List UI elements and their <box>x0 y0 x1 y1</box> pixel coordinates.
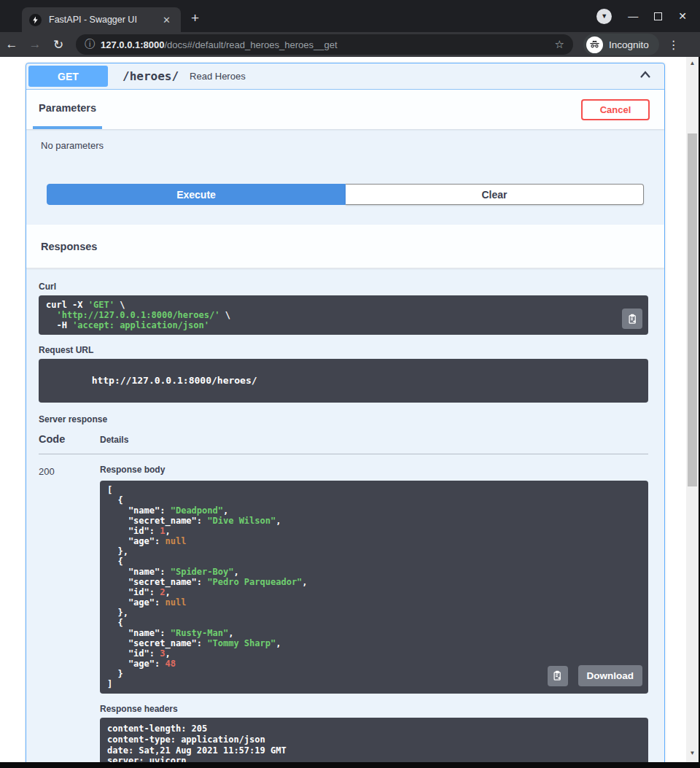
response-table-header: Code Details <box>39 433 648 454</box>
browser-tab-bar: FastAPI - Swagger UI ✕ + ▼ — ✕ <box>0 0 700 32</box>
request-url-label: Request URL <box>39 345 648 355</box>
tab-title: FastAPI - Swagger UI <box>49 15 160 25</box>
incognito-icon <box>586 36 603 53</box>
maximize-icon[interactable] <box>654 12 662 20</box>
back-icon[interactable]: ← <box>0 37 23 52</box>
responses-header: Responses <box>26 225 664 268</box>
window-controls: ▼ — ✕ <box>596 0 700 32</box>
scrollbar-thumb[interactable] <box>688 133 697 486</box>
no-parameters-text: No parameters <box>26 140 664 151</box>
opblock-get-heroes: GET /heroes/ Read Heroes Parameters Canc… <box>26 63 665 762</box>
new-tab-icon[interactable]: + <box>191 11 199 25</box>
code-column-header: Code <box>39 433 100 445</box>
http-method-badge: GET <box>28 66 108 87</box>
download-button[interactable]: Download <box>578 665 643 686</box>
fastapi-favicon-icon <box>29 14 42 26</box>
bookmark-star-icon[interactable]: ☆ <box>555 38 564 51</box>
endpoint-path: /heroes/ <box>122 69 179 83</box>
minimize-icon[interactable]: — <box>628 10 638 22</box>
cancel-button[interactable]: Cancel <box>581 99 650 120</box>
reload-icon[interactable]: ↻ <box>47 37 70 53</box>
tab-search-icon[interactable]: ▼ <box>596 9 612 24</box>
site-info-icon[interactable]: ⓘ <box>85 38 95 51</box>
endpoint-summary: Read Heroes <box>190 71 638 82</box>
copy-curl-button[interactable] <box>622 309 642 329</box>
incognito-badge: Incognito <box>583 34 659 55</box>
response-body-json: [ { "name": "Deadpond", "secret_name": "… <box>107 485 641 689</box>
response-details: Response body [ { "name": "Deadpond", "s… <box>100 465 648 762</box>
parameters-body: No parameters Execute Clear <box>26 129 664 225</box>
tab-close-icon[interactable]: ✕ <box>160 13 174 27</box>
browser-tab[interactable]: FastAPI - Swagger UI ✕ <box>22 7 181 32</box>
page-scrollbar[interactable]: ▲ ▼ <box>686 57 699 762</box>
request-url-text: http://127.0.0.1:8000/heroes/ <box>92 375 257 386</box>
execute-button-group: Execute Clear <box>26 184 664 205</box>
incognito-label: Incognito <box>609 39 649 50</box>
address-bar[interactable]: ⓘ 127.0.0.1:8000 /docs#/default/read_her… <box>76 34 573 55</box>
parameters-tab-label: Parameters <box>39 102 96 114</box>
scroll-down-icon[interactable]: ▼ <box>686 747 699 759</box>
response-body-label: Response body <box>100 465 648 475</box>
curl-command-text: curl -X 'GET' \ 'http://127.0.0.1:8000/h… <box>46 300 641 330</box>
response-body-actions: Download <box>548 665 643 686</box>
execute-button[interactable]: Execute <box>47 184 346 205</box>
collapse-chevron-icon[interactable] <box>638 68 653 85</box>
status-code: 200 <box>39 465 100 762</box>
forward-icon[interactable]: → <box>23 37 47 52</box>
request-url-block: http://127.0.0.1:8000/heroes/ <box>39 359 648 403</box>
responses-title: Responses <box>41 241 97 252</box>
opblock-summary[interactable]: GET /heroes/ Read Heroes <box>26 63 664 90</box>
curl-command-block: curl -X 'GET' \ 'http://127.0.0.1:8000/h… <box>39 295 648 335</box>
response-headers-block: content-length: 205 content-type: applic… <box>100 718 648 762</box>
close-window-icon[interactable]: ✕ <box>678 10 687 22</box>
clear-button[interactable]: Clear <box>346 184 644 205</box>
response-headers-label: Response headers <box>100 704 648 714</box>
curl-label: Curl <box>39 282 648 292</box>
url-host: 127.0.0.1:8000 <box>101 39 164 50</box>
server-response-label: Server response <box>39 414 648 424</box>
tab-parameters[interactable]: Parameters <box>33 90 102 129</box>
scroll-up-icon[interactable]: ▲ <box>686 57 699 69</box>
browser-toolbar: ← → ↻ ⓘ 127.0.0.1:8000 /docs#/default/re… <box>0 32 700 57</box>
responses-body: Curl curl -X 'GET' \ 'http://127.0.0.1:8… <box>26 268 664 762</box>
response-body-block: [ { "name": "Deadpond", "secret_name": "… <box>100 481 648 694</box>
details-column-header: Details <box>100 435 128 445</box>
copy-response-button[interactable] <box>548 666 568 686</box>
swagger-page: GET /heroes/ Read Heroes Parameters Canc… <box>0 57 686 762</box>
response-row-200: 200 Response body [ { "name": "Deadpond"… <box>39 454 648 762</box>
parameters-header: Parameters Cancel <box>26 90 664 129</box>
url-path: /docs#/default/read_heroes_heroes__get <box>164 39 548 50</box>
browser-menu-icon[interactable]: ⋮ <box>668 38 680 52</box>
